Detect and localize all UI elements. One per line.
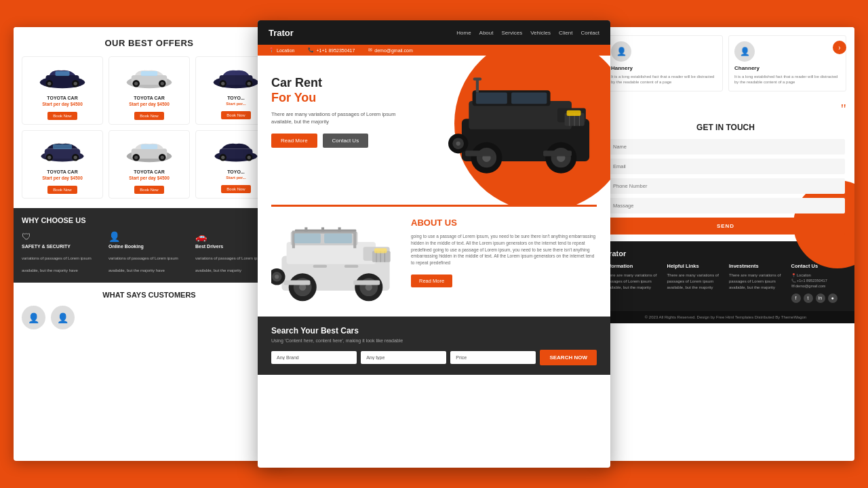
right-panel: 👤 Hannery It is a long established fact … xyxy=(597,27,854,461)
nav-link-client[interactable]: Client xyxy=(559,30,572,36)
testimonial-name: Hannery xyxy=(611,65,717,71)
footer-col-title: Information xyxy=(605,263,660,269)
svg-point-37 xyxy=(221,156,224,159)
book-now-button[interactable]: Book Now xyxy=(221,185,250,193)
svg-rect-45 xyxy=(511,92,547,104)
hero-jeep-svg xyxy=(448,69,604,179)
contact-section: GET IN TOUCH SEND xyxy=(597,116,854,241)
nav-link-vehicles[interactable]: Vehicles xyxy=(530,30,551,36)
about-title-accent: US xyxy=(445,218,457,228)
testimonials-wrapper: 👤 Hannery It is a long established fact … xyxy=(597,27,854,97)
email-text: demo@gmail.com xyxy=(374,48,413,53)
why-item-text: variations of passages of Lorem ipsum av… xyxy=(22,256,92,272)
footer-col-text: There are many variations of passages of… xyxy=(605,272,660,291)
book-now-button[interactable]: Book Now xyxy=(134,186,163,194)
linkedin-icon[interactable]: in xyxy=(816,293,825,303)
svg-rect-57 xyxy=(465,150,494,156)
svg-point-61 xyxy=(456,142,460,146)
info-email: ✉ demo@gmail.com xyxy=(368,47,413,53)
svg-rect-93 xyxy=(321,227,324,231)
svg-point-32 xyxy=(161,156,164,159)
svg-rect-89 xyxy=(313,265,328,268)
svg-rect-91 xyxy=(295,229,356,231)
footer-col-text: 📍 Location 📞 +1+1 8952350417 ✉ demo@gmai… xyxy=(791,272,847,289)
contact-us-button[interactable]: Contact Us xyxy=(323,134,369,148)
next-arrow-button[interactable]: › xyxy=(833,41,846,54)
svg-point-10 xyxy=(134,82,138,85)
about-title: ABOUT US xyxy=(411,218,597,228)
price-select[interactable]: Price xyxy=(450,351,536,364)
why-item-title: Online Booking xyxy=(108,244,190,249)
phone-text: +1+1 8952350417 xyxy=(316,48,355,53)
car-image xyxy=(112,62,186,93)
car-name: TOYOTA CAR xyxy=(112,169,186,174)
facebook-icon[interactable]: f xyxy=(791,293,801,303)
left-panel: OUR BEST OFFERS xyxy=(14,27,285,461)
book-now-button[interactable]: Book Now xyxy=(47,112,77,120)
about-text: going to use a passage of Lorem ipsum, y… xyxy=(411,233,597,266)
brand-select[interactable]: Any Brand xyxy=(271,351,357,364)
footer-bottom: © 2023 All Rights Reserved. Design by Fr… xyxy=(597,311,854,323)
svg-rect-77 xyxy=(374,248,387,253)
testimonial-text: It is a long established fact that a rea… xyxy=(611,74,717,85)
instagram-icon[interactable]: ● xyxy=(828,293,837,303)
nav-link-contact[interactable]: Contact xyxy=(580,30,599,36)
email-input[interactable] xyxy=(606,159,845,174)
svg-point-3 xyxy=(47,82,51,85)
svg-point-25 xyxy=(74,156,77,159)
why-item-text: variations of passages of Lorem ipsum av… xyxy=(195,256,265,272)
customer-avatar: 👤 xyxy=(51,306,75,329)
contact-title: GET IN TOUCH xyxy=(606,123,845,132)
car-image xyxy=(112,136,186,167)
book-now-button[interactable]: Book Now xyxy=(47,186,77,194)
car-price: Start per day $4500 xyxy=(112,102,186,106)
nav-link-home[interactable]: Home xyxy=(456,30,471,36)
footer-col-text: There are many variations of passages of… xyxy=(729,272,785,291)
nav-link-services[interactable]: Services xyxy=(501,30,522,36)
phone-icon: 📞 xyxy=(308,47,314,53)
testimonial-name: Channery xyxy=(734,65,840,71)
customers-preview: 👤 👤 xyxy=(22,306,277,329)
svg-rect-63 xyxy=(473,78,482,81)
car-card: TOYOTA CAR Start per day $4500 Book Now xyxy=(108,56,190,125)
phone-input[interactable] xyxy=(606,178,845,194)
book-now-button[interactable]: Book Now xyxy=(134,112,163,120)
contact-form: SEND xyxy=(606,139,845,235)
twitter-icon[interactable]: t xyxy=(804,293,813,303)
footer-columns: Information There are many variations of… xyxy=(605,263,846,303)
info-location: 📍 Location xyxy=(269,47,294,53)
type-select[interactable]: Any type xyxy=(361,351,446,364)
name-input[interactable] xyxy=(606,139,845,155)
testimonial-avatar: 👤 xyxy=(734,41,755,62)
search-title: Search Your Best Cars xyxy=(271,326,597,336)
brand-name: Trator xyxy=(269,28,294,38)
hero-title-line1: Car Rent xyxy=(271,76,407,91)
car-svg xyxy=(125,66,173,89)
about-section: ABOUT US going to use a passage of Lorem… xyxy=(258,207,610,317)
nav-link-about[interactable]: About xyxy=(479,30,494,36)
search-button[interactable]: SEARCH NOW xyxy=(540,350,597,365)
car-price: Start per day $4500 xyxy=(25,102,100,106)
svg-rect-72 xyxy=(324,234,352,243)
car-svg xyxy=(212,66,260,89)
svg-point-23 xyxy=(47,156,51,159)
book-now-button[interactable]: Book Now xyxy=(221,111,250,119)
footer-col-title: Investments xyxy=(729,263,785,269)
footer-col-text: There are many variations of passages of… xyxy=(667,272,723,291)
search-section: Search Your Best Cars Using 'Content her… xyxy=(258,317,610,375)
send-button[interactable]: SEND xyxy=(606,218,845,235)
testimonial-text: It is a long established fact that a rea… xyxy=(734,74,840,85)
best-offers-title: OUR BEST OFFERS xyxy=(22,38,277,48)
copyright-text: © 2023 All Rights Reserved. Design by Fr… xyxy=(645,315,806,319)
car-card: TOYOTA CAR Start per day $4500 Book Now xyxy=(22,56,103,125)
search-subtitle: Using 'Content here, content here', maki… xyxy=(271,338,597,343)
message-input[interactable] xyxy=(606,198,845,214)
testimonial-card-1: 👤 Hannery It is a long established fact … xyxy=(605,35,723,92)
read-more-button[interactable]: Read More xyxy=(271,134,317,148)
main-wrapper: OUR BEST OFFERS xyxy=(0,0,868,488)
car-image xyxy=(25,62,100,93)
info-phone: 📞 +1+1 8952350417 xyxy=(308,47,355,53)
search-fields: Any Brand Any type Price SEARCH NOW xyxy=(271,350,597,365)
about-read-more-button[interactable]: Read More xyxy=(411,274,452,287)
car-svg xyxy=(212,140,260,163)
